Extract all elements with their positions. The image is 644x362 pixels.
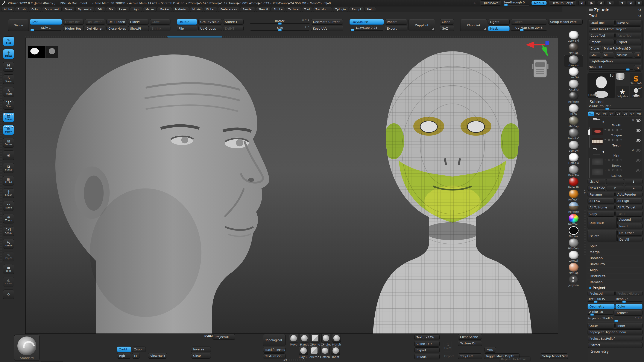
swap-left-icon[interactable]: ⇄ bbox=[597, 1, 604, 5]
subtool-action-button[interactable]: Rename bbox=[588, 192, 614, 197]
rgb-toggle[interactable]: Rgb bbox=[117, 353, 131, 359]
delete-button[interactable]: Delete bbox=[588, 230, 616, 242]
current-tool-thumbnail[interactable]: 10 Head bbox=[588, 73, 615, 98]
boolean-mode-icon[interactable]: ✎ bbox=[620, 128, 622, 131]
menu-item[interactable]: Brush bbox=[15, 7, 28, 12]
shelf-control[interactable]: Lower Res x y z bbox=[63, 19, 84, 25]
menu-item[interactable]: Zscript bbox=[349, 7, 364, 12]
slider-handle[interactable] bbox=[351, 29, 354, 31]
menu-item[interactable]: Movie bbox=[190, 7, 203, 12]
insert-button[interactable]: Insert bbox=[618, 223, 642, 229]
shelf-control[interactable]: Lights x y z bbox=[488, 19, 510, 25]
shelf-control[interactable]: Mask x y z bbox=[488, 26, 510, 31]
material-item[interactable]: ZMetal bbox=[564, 251, 583, 263]
persp-button[interactable]: Dynamic ▤ Persp bbox=[3, 112, 14, 122]
shelf-control[interactable]: GroupVisible x y z bbox=[198, 19, 222, 25]
brush-slot[interactable]: Flatten bbox=[320, 346, 330, 359]
head-r-button[interactable]: R bbox=[634, 65, 642, 70]
load-tools-from-project-button[interactable]: Load Tools From Project bbox=[588, 26, 642, 32]
brush-thumbnail[interactable] bbox=[310, 334, 320, 343]
subtool-row[interactable]: ▾●◐◑✎ ☼ Brows bbox=[591, 158, 642, 168]
menu-item[interactable]: Layer bbox=[116, 7, 130, 12]
subtool-action-button[interactable]: All High bbox=[616, 198, 642, 204]
geometry-palette-header[interactable]: Geometry bbox=[588, 349, 642, 354]
material-item[interactable]: MatCap bbox=[564, 43, 583, 55]
outer-button[interactable]: Outer bbox=[588, 323, 614, 329]
brush-thumbnail[interactable] bbox=[321, 334, 330, 343]
projectall-button[interactable]: ProjectAll bbox=[212, 334, 235, 340]
subtool-palette-header[interactable]: Subtool bbox=[588, 99, 642, 104]
shelf-control[interactable]: SDiv 1 x y z bbox=[30, 26, 62, 31]
version-tab[interactable]: V3 bbox=[602, 111, 608, 116]
material-item[interactable]: ReflectR bbox=[564, 177, 583, 190]
move-up-button[interactable]: ↑ bbox=[606, 179, 624, 184]
inner-button[interactable]: Inner bbox=[616, 323, 642, 329]
subtool-section-row[interactable]: Remesh bbox=[588, 279, 642, 285]
view-thumbnail-ghost[interactable] bbox=[46, 46, 58, 58]
clone-button[interactable]: Clone bbox=[588, 46, 601, 51]
version-tab[interactable]: V4 bbox=[608, 111, 615, 116]
version-tab[interactable]: V1 bbox=[588, 111, 594, 116]
shelf-control[interactable]: Divide x y z bbox=[8, 19, 29, 31]
boolean-mode-icon[interactable]: ● bbox=[608, 138, 610, 141]
mbs-button[interactable]: MBS bbox=[484, 347, 496, 353]
rotate-button[interactable]: R Rotate bbox=[3, 87, 14, 97]
make-polymesh3d-button[interactable]: Make PolyMesh3D bbox=[602, 46, 642, 51]
canvas[interactable] bbox=[25, 38, 558, 334]
boolean-mode-icon[interactable]: ✎ bbox=[620, 158, 622, 161]
brush-thumbnail[interactable] bbox=[331, 346, 340, 355]
boolean-mode-icon[interactable]: ● bbox=[608, 158, 610, 161]
menu-item[interactable]: Help bbox=[364, 7, 376, 12]
subtool-row[interactable]: 2 ▾●◐◑✎ ☼ Hair bbox=[591, 148, 642, 158]
backfacemask-toggle[interactable]: BackfaceMask bbox=[263, 347, 286, 353]
boolean-mode-icon[interactable]: ◐ bbox=[612, 138, 614, 141]
projection-shell-slider[interactable]: x y z ProjectionShell 0 bbox=[588, 317, 642, 322]
subtool-action-button[interactable]: AutoReorder bbox=[616, 192, 642, 197]
goz-button[interactable]: GoZ bbox=[588, 52, 601, 58]
shelf-control[interactable]: ShowPt x y z bbox=[128, 26, 149, 31]
brush-slot[interactable]: ZProject bbox=[321, 334, 331, 346]
shelf-control[interactable]: ZAppLink x y z bbox=[460, 19, 487, 31]
menu-item[interactable]: Tool bbox=[302, 7, 312, 12]
material-item[interactable]: HSVColo bbox=[564, 239, 583, 251]
left-edge-scrollbar[interactable] bbox=[0, 71, 2, 264]
subtool-action-button[interactable]: All To Home bbox=[588, 205, 614, 210]
material-item[interactable]: MatCap bbox=[564, 116, 583, 128]
tool-thumbnail[interactable]: 10 Head bbox=[630, 86, 643, 98]
shelf-control[interactable]: Decimate Current x y z bbox=[311, 19, 343, 25]
menu-item[interactable]: Color bbox=[29, 7, 41, 12]
slider-handle[interactable] bbox=[278, 29, 282, 31]
dist-slider[interactable]: Dist 0.0035 bbox=[588, 297, 614, 303]
bpr-button[interactable]: ● BPR bbox=[3, 264, 14, 274]
swap-right-icon[interactable]: ⇆ bbox=[607, 1, 614, 5]
copy-tool-button[interactable]: Copy Tool bbox=[588, 33, 614, 38]
repeat-to-active-button[interactable]: Repeat To Active bbox=[499, 357, 531, 362]
shelf-control[interactable]: Export x y z bbox=[385, 26, 408, 31]
menu-item[interactable]: Preferences bbox=[218, 7, 239, 12]
subtool-section-row[interactable]: Split bbox=[588, 243, 642, 249]
menu-item[interactable]: Alpha bbox=[1, 7, 14, 12]
menu-item[interactable]: Draw bbox=[62, 7, 75, 12]
goz-all-button[interactable]: All bbox=[602, 52, 614, 58]
boolean-mode-icon[interactable]: ◐ bbox=[612, 169, 614, 172]
material-item[interactable]: FastSha bbox=[564, 79, 583, 92]
visibility-eye-icon[interactable] bbox=[636, 169, 640, 172]
subtool-action-button[interactable]: Copy bbox=[588, 211, 614, 217]
quicksave-button[interactable]: QuickSave bbox=[480, 0, 501, 5]
texture-on-button[interactable]: Texture On bbox=[458, 341, 482, 346]
project-geometry-toggle[interactable]: Geometry bbox=[588, 304, 614, 309]
menu-item[interactable]: Transform bbox=[313, 7, 332, 12]
goz-r-button[interactable]: R bbox=[634, 52, 642, 58]
bottom-scrollbar[interactable] bbox=[289, 359, 306, 361]
save-as-button[interactable]: Save As bbox=[616, 20, 642, 25]
zoom-button[interactable]: ⊕ Zoom bbox=[3, 214, 14, 223]
brush-thumbnail[interactable] bbox=[320, 346, 330, 355]
reset-icon[interactable]: ↺ bbox=[638, 14, 641, 18]
brush-thumbnail[interactable] bbox=[310, 346, 319, 355]
xpose-button[interactable]: ┼ Xpose bbox=[3, 188, 14, 198]
material-item[interactable]: BumpVi bbox=[564, 141, 583, 153]
move-down-button[interactable]: ↓ bbox=[625, 179, 642, 184]
inverse-button[interactable]: Inverse bbox=[191, 347, 211, 352]
subtool-section-row[interactable]: Merge bbox=[588, 249, 642, 255]
brush-thumbnail[interactable] bbox=[299, 346, 308, 355]
